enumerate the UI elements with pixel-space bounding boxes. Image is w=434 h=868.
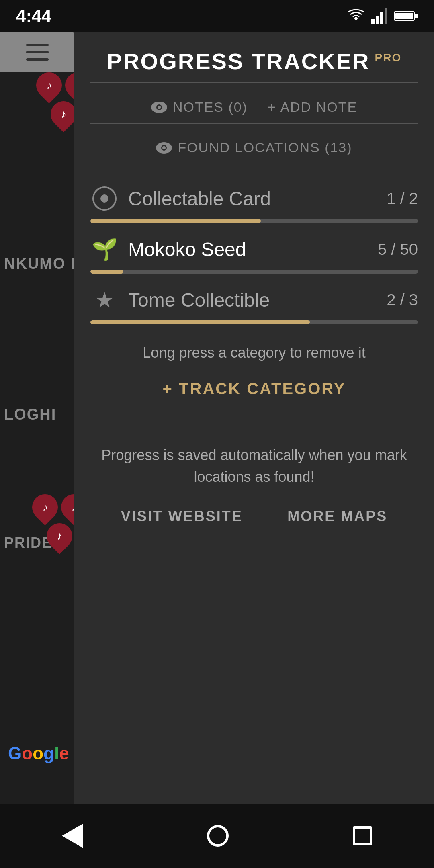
- category-item-collectable-card[interactable]: Collectable Card 1 / 2: [90, 172, 418, 223]
- collectable-card-icon: [90, 184, 119, 213]
- mokoko-seed-icon: 🌱: [90, 235, 119, 263]
- svg-point-10: [158, 106, 161, 109]
- hamburger-icon: [26, 44, 49, 61]
- home-button[interactable]: [207, 825, 229, 847]
- back-icon: [62, 824, 83, 848]
- tome-collectible-progress-bar: [90, 320, 418, 324]
- track-category-button[interactable]: + TRACK CATEGORY: [90, 373, 418, 404]
- menu-button[interactable]: [0, 32, 74, 72]
- svg-rect-3: [385, 8, 387, 24]
- panel-header: PROGRESS TRACKER PRO: [90, 32, 418, 82]
- main-panel: PROGRESS TRACKER PRO NOTES (0) + ADD NOT…: [74, 32, 434, 804]
- svg-rect-1: [376, 16, 379, 24]
- recent-icon: [353, 826, 372, 845]
- map-pin-1[interactable]: [31, 67, 68, 104]
- tome-collectible-fill: [90, 320, 310, 324]
- notes-label: NOTES (0): [151, 99, 248, 115]
- eye-icon-found: [156, 142, 172, 154]
- svg-rect-6: [395, 13, 413, 19]
- footer-info: Progress is saved automatically when you…: [90, 444, 418, 488]
- pro-badge: PRO: [375, 51, 402, 64]
- map-label-loghi: LOGHI: [4, 406, 56, 423]
- svg-rect-2: [380, 12, 383, 24]
- mokoko-seed-name: Mokoko Seed: [128, 238, 368, 260]
- bottom-actions: VISIT WEBSITE MORE MAPS: [90, 508, 418, 525]
- tome-collectible-icon: ★: [90, 286, 119, 314]
- visit-website-button[interactable]: VISIT WEBSITE: [121, 508, 243, 525]
- collectable-card-progress: 1 / 2: [387, 190, 418, 208]
- wifi-icon: [347, 7, 365, 25]
- home-icon: [207, 825, 229, 847]
- signal-icon: [371, 8, 387, 24]
- panel-title: PROGRESS TRACKER: [107, 48, 370, 74]
- google-logo: Google: [8, 743, 69, 764]
- divider-notes: [90, 123, 418, 124]
- found-locations-label: FOUND LOCATIONS (13): [156, 140, 352, 156]
- tome-collectible-name: Tome Collectible: [128, 289, 377, 311]
- found-locations-row: FOUND LOCATIONS (13): [90, 132, 418, 164]
- back-button[interactable]: [62, 824, 83, 848]
- mokoko-seed-progress-bar: [90, 270, 418, 274]
- collectable-card-fill: [90, 219, 261, 223]
- svg-rect-7: [415, 14, 418, 18]
- more-maps-button[interactable]: MORE MAPS: [287, 508, 387, 525]
- mokoko-seed-progress: 5 / 50: [378, 240, 418, 258]
- category-item-tome-collectible[interactable]: ★ Tome Collectible 2 / 3: [90, 274, 418, 324]
- recent-apps-button[interactable]: [353, 826, 372, 845]
- notes-row: NOTES (0) + ADD NOTE: [90, 91, 418, 123]
- svg-point-13: [162, 146, 166, 149]
- hint-text: Long press a category to remove it: [90, 344, 418, 361]
- svg-rect-0: [371, 19, 375, 24]
- mokoko-seed-fill: [90, 270, 123, 274]
- tome-collectible-progress: 2 / 3: [387, 291, 418, 309]
- eye-icon: [151, 102, 167, 113]
- collectable-card-progress-bar: [90, 219, 418, 223]
- map-pin-4[interactable]: [27, 489, 63, 526]
- status-icons: [347, 7, 418, 25]
- system-nav-bar: [0, 804, 434, 868]
- category-item-mokoko-seed[interactable]: 🌱 Mokoko Seed 5 / 50: [90, 223, 418, 274]
- divider-found: [90, 164, 418, 164]
- divider-top: [90, 82, 418, 83]
- status-bar: 4:44: [0, 0, 434, 32]
- status-time: 4:44: [16, 6, 51, 26]
- collectable-card-name: Collectable Card: [128, 188, 377, 210]
- battery-icon: [394, 10, 418, 23]
- add-note-button[interactable]: + ADD NOTE: [268, 99, 357, 115]
